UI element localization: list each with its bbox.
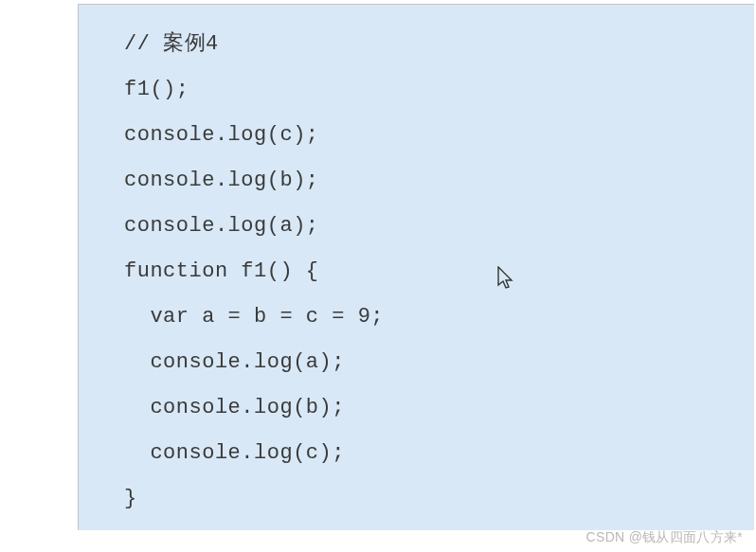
code-line: console.log(b); [124, 385, 754, 431]
code-line: } [124, 476, 754, 522]
code-line: f1(); [124, 67, 754, 113]
code-line: console.log(a); [124, 204, 754, 249]
code-line: console.log(c); [124, 113, 754, 158]
code-line: console.log(c); [124, 431, 754, 476]
code-line: var a = b = c = 9; [124, 294, 754, 340]
code-line: console.log(b); [124, 158, 754, 204]
code-line: console.log(a); [124, 340, 754, 385]
watermark-text: CSDN @钱从四面八方来* [586, 529, 743, 546]
code-block: // 案例4 f1(); console.log(c); console.log… [78, 4, 754, 530]
code-line: // 案例4 [124, 22, 754, 67]
code-line: function f1() { [124, 249, 754, 294]
